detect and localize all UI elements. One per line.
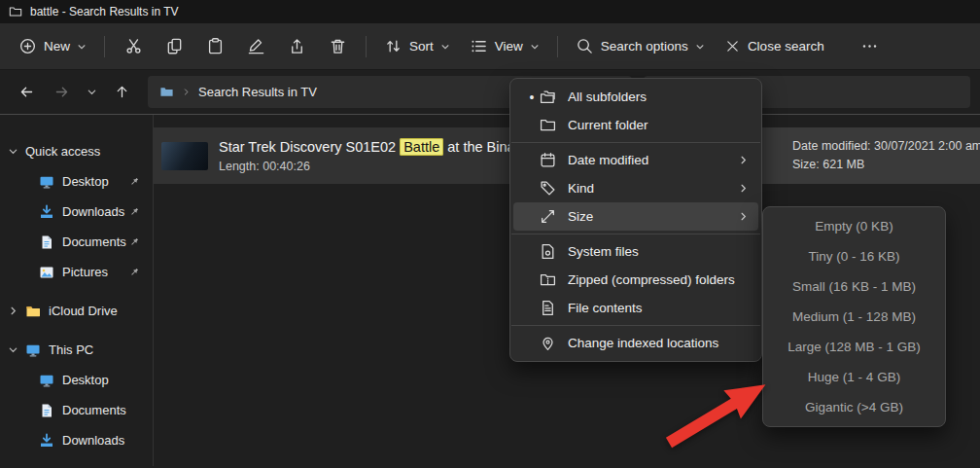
sort-button[interactable]: Sort [375, 30, 459, 63]
sidebar-item-pc-documents[interactable]: Documents [0, 395, 153, 425]
clipboard-icon [206, 37, 225, 55]
chevron-down-icon [530, 42, 540, 52]
submenu-item-tiny[interactable]: Tiny (0 - 16 KB) [763, 241, 945, 271]
rename-button[interactable] [236, 30, 275, 63]
file-contents-icon [540, 300, 557, 316]
sort-button-label: Sort [409, 39, 434, 54]
sidebar-section-icloud-drive[interactable]: iCloud Drive [0, 296, 153, 326]
sidebar-item-label: Downloads [62, 433, 124, 448]
search-term-highlight: Battle [400, 138, 443, 156]
sidebar-gap [0, 326, 153, 335]
close-search-button-label: Close search [748, 39, 824, 54]
chevron-down-icon[interactable] [0, 146, 25, 157]
indexed-locations-icon [540, 335, 557, 351]
sidebar-section-this-pc[interactable]: This PC [0, 335, 153, 365]
menu-item-kind[interactable]: Kind [513, 174, 758, 202]
calendar-icon [540, 152, 557, 168]
result-length: Length: 00:40:26 [219, 158, 527, 175]
pin-icon [128, 236, 140, 248]
submenu-item-label: Empty (0 KB) [815, 219, 892, 234]
paste-button[interactable] [195, 30, 234, 63]
new-button[interactable]: New [10, 30, 95, 63]
trash-icon [329, 37, 347, 55]
sidebar-section-label: Quick access [25, 144, 100, 159]
folder-icon [9, 5, 22, 18]
menu-item-label: Change indexed locations [568, 336, 749, 350]
menu-item-all-subfolders[interactable]: • All subfolders [513, 83, 758, 111]
search-options-icon [576, 37, 594, 55]
menu-item-label: Current folder [568, 118, 749, 132]
chevron-down-icon [440, 42, 450, 52]
menu-item-zipped-folders[interactable]: Zipped (compressed) folders [513, 266, 758, 294]
sidebar-section-quick-access[interactable]: Quick access [0, 136, 153, 166]
toolbar-separator [366, 36, 367, 57]
menu-item-current-folder[interactable]: Current folder [513, 111, 758, 139]
address-bar: Search Results in TV battle [0, 70, 980, 115]
copy-button[interactable] [155, 30, 193, 63]
chevron-down-icon[interactable] [0, 344, 25, 355]
search-options-button[interactable]: Search options [567, 30, 714, 63]
more-options-button[interactable] [851, 30, 890, 63]
chevron-right-icon[interactable] [0, 306, 25, 316]
plus-circle-icon [18, 37, 37, 55]
kind-tag-icon [540, 180, 557, 197]
menu-item-label: Kind [568, 181, 738, 196]
result-title: Star Trek Discovery S01E02 Battle at the… [219, 137, 527, 158]
title-bar: battle - Search Results in TV [0, 0, 980, 23]
subfolders-icon [540, 89, 557, 105]
submenu-item-label: Tiny (0 - 16 KB) [808, 249, 899, 264]
menu-item-date-modified[interactable]: Date modified [513, 146, 758, 174]
cut-button[interactable] [114, 30, 153, 63]
submenu-item-label: Small (16 KB - 1 MB) [792, 279, 916, 294]
share-button[interactable] [277, 30, 316, 63]
back-button[interactable] [10, 77, 43, 108]
result-title-pre: Star Trek Discovery S01E02 [219, 139, 400, 155]
sidebar-item-downloads[interactable]: Downloads [0, 197, 153, 227]
menu-item-label: Zipped (compressed) folders [568, 272, 749, 287]
sidebar-item-documents[interactable]: Documents [0, 227, 153, 257]
menu-separator [511, 234, 760, 234]
menu-item-label: System files [568, 244, 749, 259]
pin-icon [128, 267, 140, 278]
video-thumbnail [161, 142, 208, 170]
close-icon [724, 38, 741, 54]
explorer-window: battle - Search Results in TV New [0, 0, 980, 468]
submenu-item-small[interactable]: Small (16 KB - 1 MB) [763, 271, 945, 302]
command-bar: New [0, 23, 980, 70]
submenu-item-label: Gigantic (>4 GB) [805, 400, 903, 414]
sidebar-item-label: Documents [62, 234, 126, 249]
share-icon [288, 37, 306, 55]
sidebar-item-desktop[interactable]: Desktop [0, 166, 153, 197]
menu-item-label: Date modified [568, 153, 738, 167]
menu-item-size[interactable]: Size [513, 202, 758, 231]
delete-button[interactable] [318, 30, 357, 63]
menu-separator [511, 325, 760, 326]
sidebar-item-pictures[interactable]: Pictures [0, 257, 153, 287]
menu-item-file-contents[interactable]: File contents [513, 294, 758, 322]
pin-icon [128, 176, 140, 188]
recent-locations-button[interactable] [80, 77, 103, 108]
chevron-right-icon [738, 155, 749, 165]
chevron-down-icon [695, 42, 705, 52]
up-button[interactable] [105, 77, 138, 108]
sidebar-item-label: Desktop [62, 373, 109, 387]
result-date-modified: Date modified: 30/07/2021 2:00 am [792, 137, 980, 156]
folder-icon [25, 303, 42, 319]
view-button[interactable]: View [461, 30, 548, 63]
menu-item-system-files[interactable]: System files [513, 237, 758, 266]
sidebar-item-pc-downloads[interactable]: Downloads [0, 425, 153, 455]
view-button-label: View [495, 39, 523, 54]
close-search-button[interactable]: Close search [716, 30, 833, 63]
new-button-label: New [44, 39, 70, 54]
sidebar-item-pc-desktop[interactable]: Desktop [0, 365, 153, 395]
submenu-item-empty[interactable]: Empty (0 KB) [763, 211, 945, 241]
sidebar-item-label: Pictures [62, 265, 108, 279]
system-file-icon [540, 243, 557, 260]
menu-item-change-indexed-locations[interactable]: Change indexed locations [513, 329, 758, 357]
menu-item-label: Size [568, 209, 738, 224]
forward-button[interactable] [45, 77, 78, 108]
sidebar-section-label: This PC [49, 342, 93, 357]
submenu-item-medium[interactable]: Medium (1 - 128 MB) [763, 302, 945, 332]
breadcrumb: Search Results in TV [198, 85, 317, 99]
sidebar-item-label: Downloads [62, 204, 124, 219]
